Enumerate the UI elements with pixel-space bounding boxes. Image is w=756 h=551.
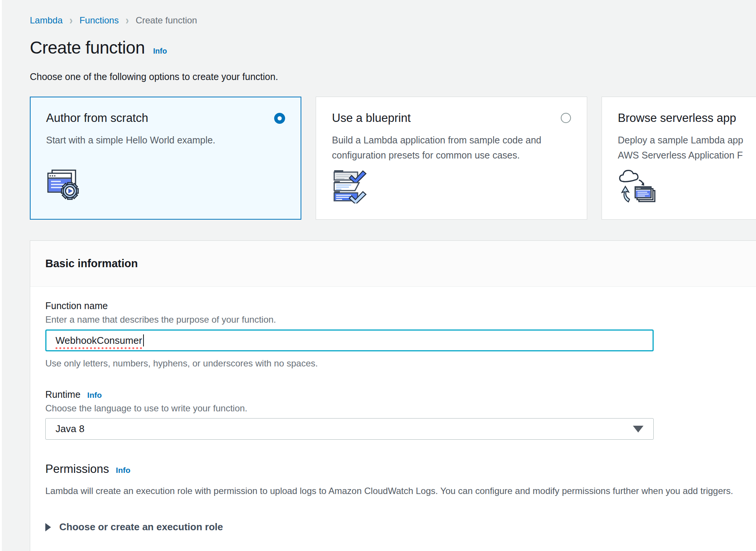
runtime-label: Runtime bbox=[45, 389, 80, 400]
function-name-label: Function name bbox=[45, 300, 744, 311]
runtime-select[interactable]: Java 8 bbox=[45, 418, 654, 440]
page-subtitle: Choose one of the following options to c… bbox=[30, 71, 756, 82]
breadcrumb-lambda[interactable]: Lambda bbox=[30, 15, 63, 26]
card-title: Browse serverless app bbox=[618, 111, 736, 125]
serverless-app-repo-icon bbox=[618, 169, 756, 205]
expand-triangle-icon bbox=[45, 523, 51, 531]
text-cursor bbox=[143, 334, 144, 346]
runtime-description: Choose the language to use to write your… bbox=[45, 403, 744, 414]
create-option-cards: Author from scratch Start with a simple … bbox=[30, 97, 756, 220]
card-title: Author from scratch bbox=[46, 111, 148, 125]
card-description: Build a Lambda application from sample c… bbox=[332, 132, 571, 163]
chevron-right-icon: › bbox=[125, 13, 129, 27]
permissions-title: Permissions bbox=[45, 462, 109, 476]
card-title: Use a blueprint bbox=[332, 111, 411, 125]
author-from-scratch-icon bbox=[46, 169, 285, 205]
basic-information-panel: Basic information Function name Enter a … bbox=[30, 240, 756, 551]
blueprint-icon bbox=[332, 169, 571, 205]
function-name-constraint: Use only letters, numbers, hyphens, or u… bbox=[45, 358, 744, 369]
function-name-value: WebhookConsumer bbox=[56, 335, 142, 346]
execution-role-expander[interactable]: Choose or create an execution role bbox=[45, 521, 744, 533]
runtime-field-group: Runtime Info Choose the language to use … bbox=[45, 389, 744, 440]
function-name-field-group: Function name Enter a name that describe… bbox=[45, 300, 744, 369]
breadcrumb-functions[interactable]: Functions bbox=[79, 15, 119, 26]
breadcrumb-create-function: Create function bbox=[136, 15, 197, 26]
lambda-create-function-page: Lambda › Functions › Create function Cre… bbox=[2, 0, 756, 551]
breadcrumb: Lambda › Functions › Create function bbox=[30, 14, 756, 26]
permissions-info-link[interactable]: Info bbox=[116, 466, 130, 475]
permissions-description: Lambda will create an execution role wit… bbox=[45, 486, 744, 496]
dropdown-arrow-icon bbox=[633, 426, 643, 432]
function-name-input[interactable]: WebhookConsumer bbox=[45, 329, 654, 351]
section-title: Basic information bbox=[45, 257, 744, 270]
card-description: Start with a simple Hello World example. bbox=[46, 132, 285, 148]
card-author-from-scratch[interactable]: Author from scratch Start with a simple … bbox=[30, 97, 301, 220]
card-use-a-blueprint[interactable]: Use a blueprint Build a Lambda applicati… bbox=[316, 97, 587, 220]
radio-selected-icon[interactable] bbox=[274, 113, 285, 124]
radio-unselected-icon[interactable] bbox=[561, 113, 571, 123]
runtime-info-link[interactable]: Info bbox=[87, 391, 102, 400]
runtime-selected-value: Java 8 bbox=[56, 423, 85, 435]
execution-role-expander-label: Choose or create an execution role bbox=[59, 521, 223, 533]
function-name-description: Enter a name that describes the purpose … bbox=[45, 314, 744, 325]
card-description: Deploy a sample Lambda app AWS Serverles… bbox=[618, 132, 756, 163]
page-title-info-link[interactable]: Info bbox=[153, 47, 167, 55]
page-title: Create function bbox=[30, 37, 145, 58]
card-browse-serverless-app-repository[interactable]: Browse serverless app Deploy a sample La… bbox=[602, 97, 756, 220]
basic-information-header: Basic information bbox=[30, 241, 756, 287]
chevron-right-icon: › bbox=[69, 13, 73, 27]
